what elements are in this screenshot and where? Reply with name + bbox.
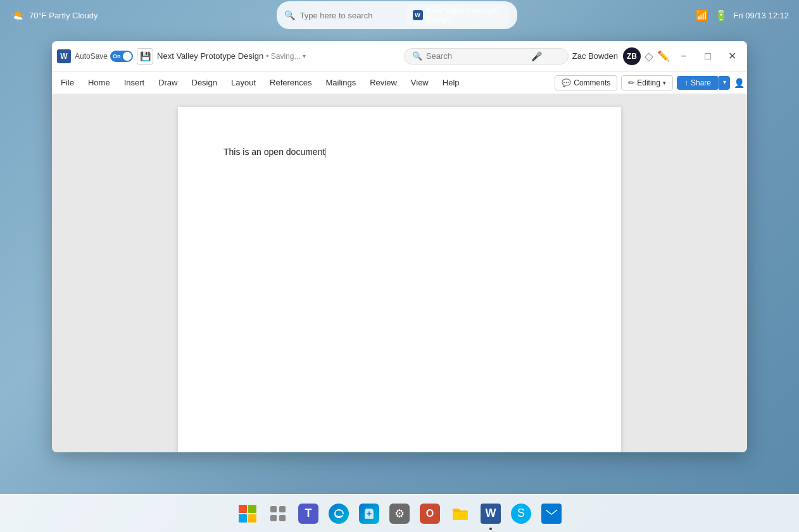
taskbar-teams[interactable]: T xyxy=(294,500,322,528)
comments-button[interactable]: 💬 Comments xyxy=(555,75,617,90)
settings-icon: ⚙ xyxy=(389,504,410,524)
taskbar-mail[interactable] xyxy=(538,500,565,528)
title-search-input[interactable] xyxy=(426,51,527,61)
taskbar-store[interactable] xyxy=(355,500,383,528)
active-app-name: Next Valley Prototype Design xyxy=(427,6,503,24)
autosave-toggle[interactable]: On xyxy=(110,51,133,62)
menu-mailings[interactable]: Mailings xyxy=(320,75,363,90)
toggle-on-label: On xyxy=(113,53,121,59)
search-icon-title: 🔍 xyxy=(412,51,422,61)
doc-name: Next Valley Prototype Design xyxy=(157,51,263,61)
search-icon: 🔍 xyxy=(284,10,295,20)
autosave-label: AutoSave xyxy=(75,52,108,61)
pencil-icon: ✏ xyxy=(628,78,634,87)
user-avatar[interactable]: ZB xyxy=(623,47,641,65)
taskbar-bottom: T ⚙ O W xyxy=(0,494,799,532)
document-area[interactable]: This is an open document xyxy=(52,94,747,452)
wifi-icon: 📶 xyxy=(696,9,708,22)
mic-icon[interactable]: 🎤 xyxy=(531,51,542,61)
word-dock-icon: W xyxy=(481,504,501,524)
datetime-display: Fri 09/13 12:12 xyxy=(734,11,789,20)
title-dropdown-icon[interactable]: ▾ xyxy=(303,53,306,59)
virtual-desktops-icon xyxy=(268,504,288,524)
office-icon: O xyxy=(420,504,440,524)
toggle-knob xyxy=(123,52,132,61)
minimize-button[interactable]: − xyxy=(674,46,694,66)
taskbar-word[interactable]: W xyxy=(477,500,505,528)
user-name: Zac Bowden xyxy=(572,51,618,61)
store-icon xyxy=(359,504,379,524)
diamond-icon[interactable]: ◇ xyxy=(645,49,653,63)
system-tray: 📶 🔋 Fri 09/13 12:12 xyxy=(696,9,789,22)
svg-rect-5 xyxy=(270,506,277,512)
share-dropdown-button[interactable]: ▾ xyxy=(719,76,730,90)
word-logo-small: W xyxy=(413,10,423,20)
taskbar-office[interactable]: O xyxy=(416,500,444,528)
saving-status: • Saving... xyxy=(266,52,300,61)
menu-bar: File Home Insert Draw Design Layout Refe… xyxy=(52,71,747,94)
weather-icon xyxy=(10,8,25,23)
svg-rect-7 xyxy=(270,515,277,521)
weather-text: 70°F Partly Cloudy xyxy=(29,11,98,20)
edge-icon xyxy=(329,504,349,524)
save-icon-btn[interactable]: 💾 xyxy=(137,48,153,65)
share-label: Share xyxy=(691,78,711,87)
comments-icon: 💬 xyxy=(562,78,571,87)
taskbar-settings[interactable]: ⚙ xyxy=(386,500,413,528)
taskbar-windows-start[interactable] xyxy=(234,500,261,528)
taskbar-search[interactable]: 🔍 W Next Valley Prototype Design xyxy=(277,1,517,29)
user-section: Zac Bowden ZB xyxy=(572,47,641,65)
taskbar-virtual-desktops[interactable] xyxy=(264,500,292,528)
document-page[interactable]: This is an open document xyxy=(178,107,621,452)
taskbar-search-input[interactable] xyxy=(300,11,401,20)
menu-home[interactable]: Home xyxy=(82,75,116,90)
menu-review[interactable]: Review xyxy=(363,75,403,90)
autosave-section: AutoSave On xyxy=(75,51,133,62)
menu-insert[interactable]: Insert xyxy=(118,75,151,90)
title-search-bar[interactable]: 🔍 🎤 xyxy=(404,48,569,65)
maximize-button[interactable]: □ xyxy=(698,46,718,66)
active-app-indicator: W Next Valley Prototype Design xyxy=(406,4,510,27)
svg-rect-8 xyxy=(279,515,286,521)
menu-items-list: File Home Insert Draw Design Layout Refe… xyxy=(54,75,466,90)
share-group: ↑ Share ▾ xyxy=(677,76,730,90)
avatar-initials: ZB xyxy=(627,52,637,61)
editing-button[interactable]: ✏ Editing ▾ xyxy=(621,75,673,90)
skype-icon: S xyxy=(511,504,531,524)
battery-icon: 🔋 xyxy=(715,9,727,22)
menu-layout[interactable]: Layout xyxy=(225,75,262,90)
taskbar-top: 70°F Partly Cloudy 🔍 W Next Valley Proto… xyxy=(0,0,799,30)
windows-logo xyxy=(239,505,256,523)
text-cursor xyxy=(325,148,325,158)
close-button[interactable]: ✕ xyxy=(722,46,742,66)
pen-icon[interactable]: ✏️ xyxy=(657,50,670,62)
menu-right-actions: 💬 Comments ✏ Editing ▾ ↑ Share ▾ 👤 xyxy=(555,75,745,90)
menu-view[interactable]: View xyxy=(405,75,435,90)
weather-widget: 70°F Partly Cloudy xyxy=(10,8,98,23)
word-window: W AutoSave On 💾 Next Valley Prototype De… xyxy=(52,41,747,452)
taskbar-edge[interactable] xyxy=(325,500,353,528)
menu-file[interactable]: File xyxy=(54,75,80,90)
menu-references[interactable]: References xyxy=(263,75,318,90)
menu-draw[interactable]: Draw xyxy=(152,75,184,90)
share-button[interactable]: ↑ Share xyxy=(677,76,719,90)
taskbar-file-explorer[interactable] xyxy=(446,500,474,528)
comments-label: Comments xyxy=(574,78,610,87)
teams-icon: T xyxy=(298,504,318,524)
menu-design[interactable]: Design xyxy=(186,75,223,90)
menu-help[interactable]: Help xyxy=(436,75,466,90)
document-title: Next Valley Prototype Design • Saving...… xyxy=(157,51,400,61)
document-content: This is an open document xyxy=(223,147,325,157)
editing-label: Editing xyxy=(637,78,660,87)
share-icon: ↑ xyxy=(684,78,688,87)
svg-rect-6 xyxy=(279,506,286,512)
collaboration-icon[interactable]: 👤 xyxy=(734,78,745,88)
title-bar: W AutoSave On 💾 Next Valley Prototype De… xyxy=(52,41,747,71)
file-explorer-icon xyxy=(450,504,470,524)
editing-dropdown-icon: ▾ xyxy=(663,80,666,86)
word-app-logo: W xyxy=(57,49,71,63)
taskbar-skype[interactable]: S xyxy=(507,500,535,528)
mail-icon xyxy=(541,504,562,524)
svg-rect-10 xyxy=(545,509,558,519)
